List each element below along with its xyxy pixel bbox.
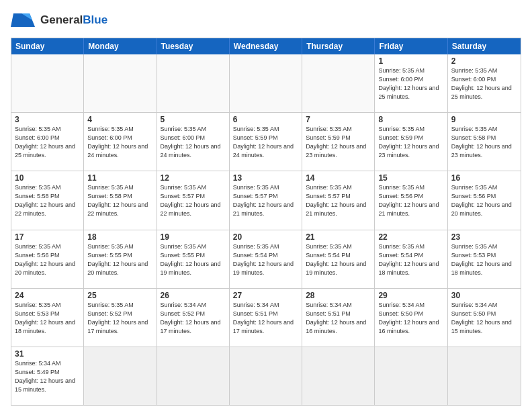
- cal-cell-2-1: 11Sunrise: 5:35 AM Sunset: 5:58 PM Dayli…: [84, 171, 157, 229]
- cal-cell-3-3: 20Sunrise: 5:35 AM Sunset: 5:54 PM Dayli…: [230, 230, 302, 288]
- cal-cell-1-0: 3Sunrise: 5:35 AM Sunset: 6:00 PM Daylig…: [11, 113, 84, 171]
- day-info: Sunrise: 5:35 AM Sunset: 6:00 PM Dayligh…: [87, 125, 152, 160]
- calendar-row-5: 31Sunrise: 5:34 AM Sunset: 5:49 PM Dayli…: [11, 347, 521, 405]
- cal-cell-0-1: [84, 54, 157, 112]
- day-number: 24: [15, 291, 80, 300]
- day-info: Sunrise: 5:35 AM Sunset: 6:00 PM Dayligh…: [451, 66, 517, 101]
- day-info: Sunrise: 5:35 AM Sunset: 5:59 PM Dayligh…: [378, 125, 443, 160]
- cal-cell-5-6: [448, 347, 521, 405]
- day-number: 2: [451, 56, 517, 66]
- calendar-row-0: 1Sunrise: 5:35 AM Sunset: 6:00 PM Daylig…: [11, 54, 521, 112]
- cal-cell-2-6: 16Sunrise: 5:35 AM Sunset: 5:56 PM Dayli…: [448, 171, 521, 229]
- weekday-header-friday: Friday: [375, 38, 447, 54]
- cal-cell-4-4: 28Sunrise: 5:34 AM Sunset: 5:51 PM Dayli…: [302, 289, 375, 347]
- day-info: Sunrise: 5:35 AM Sunset: 5:52 PM Dayligh…: [87, 301, 152, 336]
- cal-cell-3-4: 21Sunrise: 5:35 AM Sunset: 5:54 PM Dayli…: [302, 230, 375, 288]
- cal-cell-4-0: 24Sunrise: 5:35 AM Sunset: 5:53 PM Dayli…: [11, 289, 84, 347]
- cal-cell-0-5: 1Sunrise: 5:35 AM Sunset: 6:00 PM Daylig…: [375, 54, 447, 112]
- day-number: 19: [161, 232, 226, 242]
- calendar-row-1: 3Sunrise: 5:35 AM Sunset: 6:00 PM Daylig…: [11, 112, 521, 171]
- day-info: Sunrise: 5:35 AM Sunset: 5:56 PM Dayligh…: [451, 183, 517, 218]
- day-number: 25: [87, 291, 152, 300]
- cal-cell-3-6: 23Sunrise: 5:35 AM Sunset: 5:53 PM Dayli…: [448, 230, 521, 288]
- day-number: 17: [15, 232, 80, 242]
- cal-cell-5-0: 31Sunrise: 5:34 AM Sunset: 5:49 PM Dayli…: [11, 347, 84, 405]
- weekday-header-wednesday: Wednesday: [230, 38, 302, 54]
- logo-blue: Blue: [83, 13, 107, 26]
- cal-cell-1-5: 8Sunrise: 5:35 AM Sunset: 5:59 PM Daylig…: [375, 113, 447, 171]
- calendar-row-4: 24Sunrise: 5:35 AM Sunset: 5:53 PM Dayli…: [11, 288, 521, 347]
- day-number: 16: [451, 173, 517, 183]
- day-info: Sunrise: 5:35 AM Sunset: 6:00 PM Dayligh…: [15, 125, 80, 160]
- cal-cell-1-2: 5Sunrise: 5:35 AM Sunset: 6:00 PM Daylig…: [157, 113, 230, 171]
- day-info: Sunrise: 5:35 AM Sunset: 5:58 PM Dayligh…: [451, 125, 517, 160]
- day-info: Sunrise: 5:34 AM Sunset: 5:51 PM Dayligh…: [306, 301, 371, 336]
- day-number: 27: [233, 291, 298, 300]
- calendar: SundayMondayTuesdayWednesdayThursdayFrid…: [11, 38, 521, 406]
- cal-cell-3-5: 22Sunrise: 5:35 AM Sunset: 5:54 PM Dayli…: [375, 230, 447, 288]
- day-info: Sunrise: 5:35 AM Sunset: 5:53 PM Dayligh…: [451, 242, 517, 277]
- day-number: 21: [306, 232, 371, 242]
- logo: GeneralBlue: [11, 8, 107, 32]
- cal-cell-3-1: 18Sunrise: 5:35 AM Sunset: 5:55 PM Dayli…: [84, 230, 157, 288]
- day-info: Sunrise: 5:35 AM Sunset: 5:55 PM Dayligh…: [161, 242, 226, 277]
- cal-cell-2-5: 15Sunrise: 5:35 AM Sunset: 5:56 PM Dayli…: [375, 171, 447, 229]
- generalblue-icon: [11, 8, 38, 32]
- day-info: Sunrise: 5:35 AM Sunset: 5:59 PM Dayligh…: [233, 125, 298, 160]
- weekday-header-thursday: Thursday: [302, 38, 375, 54]
- day-info: Sunrise: 5:34 AM Sunset: 5:52 PM Dayligh…: [161, 301, 226, 336]
- calendar-row-2: 10Sunrise: 5:35 AM Sunset: 5:58 PM Dayli…: [11, 171, 521, 229]
- day-number: 29: [378, 291, 443, 300]
- day-number: 10: [15, 173, 80, 183]
- day-info: Sunrise: 5:35 AM Sunset: 5:54 PM Dayligh…: [233, 242, 298, 277]
- cal-cell-5-5: [375, 347, 447, 405]
- cal-cell-0-4: [302, 54, 375, 112]
- weekday-header-saturday: Saturday: [448, 38, 521, 54]
- cal-cell-1-1: 4Sunrise: 5:35 AM Sunset: 6:00 PM Daylig…: [84, 113, 157, 171]
- calendar-header: SundayMondayTuesdayWednesdayThursdayFrid…: [11, 38, 521, 54]
- cal-cell-5-1: [84, 347, 157, 405]
- day-number: 31: [15, 349, 80, 359]
- day-number: 18: [87, 232, 152, 242]
- cal-cell-0-2: [157, 54, 230, 112]
- day-info: Sunrise: 5:34 AM Sunset: 5:49 PM Dayligh…: [15, 359, 80, 394]
- day-info: Sunrise: 5:35 AM Sunset: 5:59 PM Dayligh…: [306, 125, 371, 160]
- day-number: 26: [161, 291, 226, 300]
- day-info: Sunrise: 5:35 AM Sunset: 5:55 PM Dayligh…: [87, 242, 152, 277]
- cal-cell-5-2: [157, 347, 230, 405]
- day-number: 22: [378, 232, 443, 242]
- day-number: 20: [233, 232, 298, 242]
- cal-cell-2-4: 14Sunrise: 5:35 AM Sunset: 5:57 PM Dayli…: [302, 171, 375, 229]
- day-number: 11: [87, 173, 152, 183]
- cal-cell-1-6: 9Sunrise: 5:35 AM Sunset: 5:58 PM Daylig…: [448, 113, 521, 171]
- day-number: 8: [378, 115, 443, 124]
- cal-cell-4-3: 27Sunrise: 5:34 AM Sunset: 5:51 PM Dayli…: [230, 289, 302, 347]
- logo-general: General: [40, 13, 83, 26]
- day-number: 6: [233, 115, 298, 124]
- calendar-row-3: 17Sunrise: 5:35 AM Sunset: 5:56 PM Dayli…: [11, 230, 521, 288]
- day-number: 3: [15, 115, 80, 124]
- day-info: Sunrise: 5:35 AM Sunset: 5:58 PM Dayligh…: [15, 183, 80, 218]
- day-info: Sunrise: 5:35 AM Sunset: 5:54 PM Dayligh…: [378, 242, 443, 277]
- cal-cell-3-0: 17Sunrise: 5:35 AM Sunset: 5:56 PM Dayli…: [11, 230, 84, 288]
- page: GeneralBlue SundayMondayTuesdayWednesday…: [0, 0, 532, 411]
- cal-cell-5-4: [302, 347, 375, 405]
- day-number: 28: [306, 291, 371, 300]
- day-number: 5: [161, 115, 226, 124]
- day-info: Sunrise: 5:34 AM Sunset: 5:50 PM Dayligh…: [451, 301, 517, 336]
- day-info: Sunrise: 5:35 AM Sunset: 5:54 PM Dayligh…: [306, 242, 371, 277]
- svg-marker-0: [11, 13, 35, 27]
- day-number: 1: [378, 56, 443, 66]
- day-number: 14: [306, 173, 371, 183]
- day-info: Sunrise: 5:35 AM Sunset: 5:56 PM Dayligh…: [378, 183, 443, 218]
- day-number: 4: [87, 115, 152, 124]
- day-info: Sunrise: 5:35 AM Sunset: 5:57 PM Dayligh…: [161, 183, 226, 218]
- cal-cell-2-0: 10Sunrise: 5:35 AM Sunset: 5:58 PM Dayli…: [11, 171, 84, 229]
- day-number: 13: [233, 173, 298, 183]
- cal-cell-3-2: 19Sunrise: 5:35 AM Sunset: 5:55 PM Dayli…: [157, 230, 230, 288]
- cal-cell-5-3: [230, 347, 302, 405]
- cal-cell-0-0: [11, 54, 84, 112]
- cal-cell-4-1: 25Sunrise: 5:35 AM Sunset: 5:52 PM Dayli…: [84, 289, 157, 347]
- cal-cell-1-4: 7Sunrise: 5:35 AM Sunset: 5:59 PM Daylig…: [302, 113, 375, 171]
- day-info: Sunrise: 5:35 AM Sunset: 5:57 PM Dayligh…: [233, 183, 298, 218]
